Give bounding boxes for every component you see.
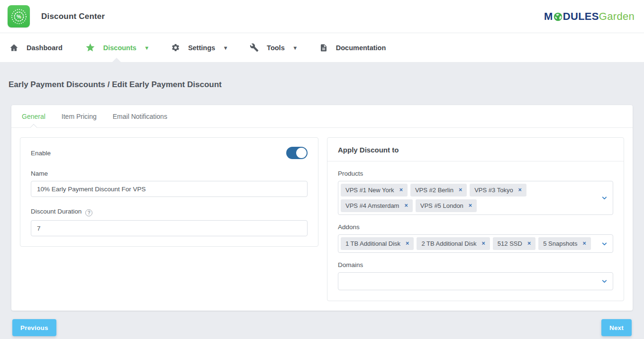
nav-item-label: Documentation <box>336 44 386 52</box>
duration-label: Discount Duration? <box>31 208 308 216</box>
name-input[interactable] <box>31 181 308 197</box>
tab-email-notifications[interactable]: Email Notifications <box>113 105 167 127</box>
nav-item-settings[interactable]: Settings▾ <box>169 33 229 62</box>
chip-remove-icon[interactable]: × <box>406 241 409 247</box>
chevron-down-icon <box>601 241 608 247</box>
card-body: Enable Name Discount Duration? Apply Dis… <box>11 128 633 311</box>
tab-bar: GeneralItem PricingEmail Notifications <box>11 105 633 128</box>
nav-item-label: Discounts <box>103 44 136 52</box>
breadcrumb: Early Payment Discounts / Edit Early Pay… <box>0 62 644 89</box>
products-label: Products <box>338 170 613 177</box>
chip-remove-icon[interactable]: × <box>527 241 531 247</box>
selected-option-chip: 5 Snapshots× <box>538 237 591 250</box>
products-field: ProductsVPS #1 New York×VPS #2 Berlin×VP… <box>338 170 613 215</box>
brand-suffix: Garden <box>599 10 635 23</box>
chip-label: VPS #4 Amsterdam <box>345 202 399 209</box>
chip-remove-icon[interactable]: × <box>482 241 485 247</box>
svg-text:%: % <box>17 14 21 19</box>
chevron-down-icon <box>601 278 608 285</box>
next-button[interactable]: Next <box>601 319 632 336</box>
general-settings-panel: Enable Name Discount Duration? <box>20 137 318 247</box>
caret-down-icon: ▾ <box>294 45 297 51</box>
nav-item-discounts[interactable]: Discounts▾ <box>83 33 150 62</box>
chip-remove-icon[interactable]: × <box>404 203 408 209</box>
apply-discount-panel: Apply Discount to ProductsVPS #1 New Yor… <box>327 137 624 301</box>
addons-multiselect[interactable]: 1 TB Additional Disk×2 TB Additional Dis… <box>338 234 613 253</box>
modulesgarden-logo: M DULES Garden <box>544 10 635 23</box>
chip-label: VPS #3 Tokyo <box>474 187 513 194</box>
page-title: Discount Center <box>41 12 105 21</box>
chip-label: 2 TB Additional Disk <box>421 240 476 247</box>
nav-item-label: Tools <box>267 44 285 52</box>
chip-label: 5 Snapshots <box>543 240 577 247</box>
discount-badge-icon: % <box>8 5 30 27</box>
selected-option-chip: VPS #1 New York× <box>341 184 408 196</box>
addons-field: Addons1 TB Additional Disk×2 TB Addition… <box>338 223 613 253</box>
domains-multiselect[interactable] <box>338 272 613 290</box>
selected-option-chip: 1 TB Additional Disk× <box>341 237 414 250</box>
nav-item-documentation[interactable]: Documentation <box>317 33 388 62</box>
brand-prefix: M <box>544 10 553 23</box>
star-icon <box>85 43 95 53</box>
chip-remove-icon[interactable]: × <box>582 241 586 247</box>
enable-label: Enable <box>31 150 51 157</box>
chip-remove-icon[interactable]: × <box>518 187 522 193</box>
products-multiselect[interactable]: VPS #1 New York×VPS #2 Berlin×VPS #3 Tok… <box>338 181 613 215</box>
tab-item-pricing[interactable]: Item Pricing <box>62 105 97 127</box>
name-label: Name <box>31 170 308 177</box>
selected-option-chip: VPS #2 Berlin× <box>410 184 467 196</box>
gear-icon <box>171 43 180 52</box>
caret-down-icon: ▾ <box>145 45 148 51</box>
home-icon <box>9 43 18 52</box>
toggle-knob <box>296 148 307 158</box>
globe-icon <box>553 12 562 21</box>
addons-label: Addons <box>338 223 613 231</box>
selected-option-chip: VPS #5 London× <box>416 199 477 212</box>
domains-field: Domains <box>338 261 613 290</box>
nav-item-tools[interactable]: Tools▾ <box>248 33 299 62</box>
nav-item-label: Settings <box>188 44 215 52</box>
chip-remove-icon[interactable]: × <box>469 203 472 209</box>
chip-label: 512 SSD <box>498 240 522 247</box>
chip-label: VPS #1 New York <box>345 187 394 194</box>
nav-item-label: Dashboard <box>27 44 63 52</box>
brand-middle: DULES <box>563 10 599 23</box>
apply-discount-heading: Apply Discount to <box>327 138 624 161</box>
previous-button[interactable]: Previous <box>12 319 56 336</box>
caret-down-icon: ▾ <box>224 45 227 51</box>
enable-toggle[interactable] <box>286 147 308 159</box>
duration-input[interactable] <box>31 220 308 236</box>
help-icon[interactable]: ? <box>85 209 92 216</box>
app-header: % Discount Center M DULES Garden <box>0 0 644 33</box>
tab-general[interactable]: General <box>22 105 45 127</box>
main-nav: DashboardDiscounts▾Settings▾Tools▾Docume… <box>0 33 644 62</box>
discount-edit-card: GeneralItem PricingEmail Notifications E… <box>11 105 633 311</box>
nav-item-dashboard[interactable]: Dashboard <box>8 33 64 62</box>
wrench-icon <box>250 43 259 52</box>
chip-remove-icon[interactable]: × <box>459 187 462 193</box>
chip-remove-icon[interactable]: × <box>399 187 403 193</box>
chip-label: 1 TB Additional Disk <box>345 240 400 247</box>
selected-option-chip: VPS #3 Tokyo× <box>470 184 526 196</box>
selected-option-chip: VPS #4 Amsterdam× <box>341 199 413 212</box>
domains-label: Domains <box>338 261 613 268</box>
selected-option-chip: 512 SSD× <box>493 237 535 250</box>
chip-label: VPS #5 London <box>420 202 463 209</box>
chevron-down-icon <box>601 195 608 201</box>
chip-label: VPS #2 Berlin <box>415 187 454 194</box>
file-icon <box>319 44 328 52</box>
selected-option-chip: 2 TB Additional Disk× <box>417 237 490 250</box>
